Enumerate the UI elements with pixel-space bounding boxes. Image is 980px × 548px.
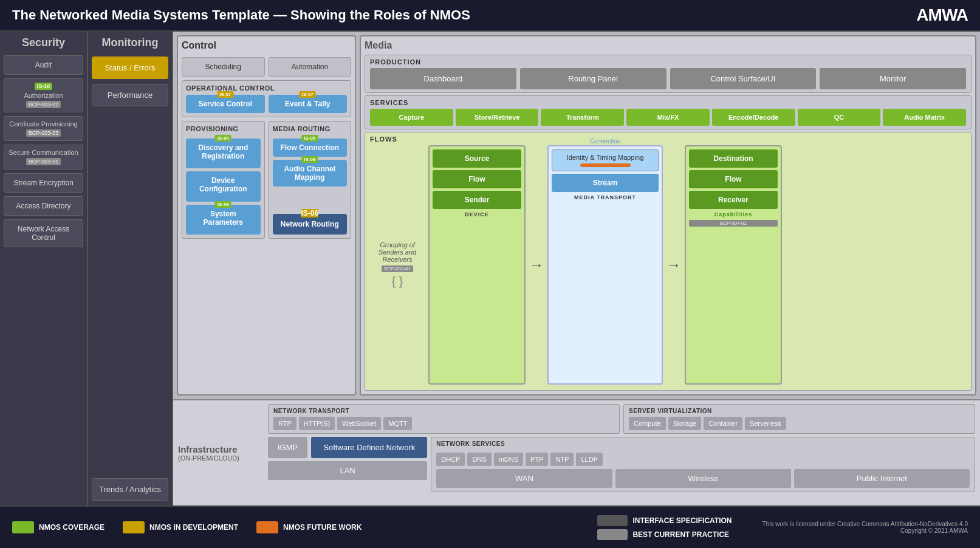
sender-node[interactable]: Sender — [433, 191, 521, 209]
flow-node-device[interactable]: Flow — [433, 170, 521, 188]
is-05-badge: IS-05 — [301, 135, 318, 142]
flow-conn-label: Flow Connection — [280, 143, 339, 152]
infra-top-row: NETWORK TRANSPORT RTP HTTP(S) WebSocket … — [268, 404, 975, 434]
control-surface-button[interactable]: Control Surface/UI — [670, 68, 817, 89]
main-content: Control Scheduling Automation OPERATIONA… — [173, 32, 980, 505]
nmos-coverage-box — [12, 521, 34, 533]
routing-panel-button[interactable]: Routing Panel — [520, 68, 666, 89]
store-retrieve-button[interactable]: Store/Retrieve — [456, 109, 539, 126]
production-row: PRODUCTION Dashboard Routing Panel Contr… — [365, 55, 971, 93]
mdns-button[interactable]: mDNS — [494, 453, 523, 466]
network-routing-button[interactable]: IS-06 Network Routing — [273, 214, 348, 235]
services-label: SERVICES — [370, 99, 966, 106]
container-button[interactable]: Container — [704, 417, 742, 430]
scheduling-tab[interactable]: Scheduling — [182, 57, 265, 77]
serverless-button[interactable]: Serverless — [745, 417, 786, 430]
secure-comm-group: Secure Communication BCP-003-01 — [4, 145, 83, 170]
security-column: Security Audit IS-10 Authorization BCP-0… — [0, 32, 88, 505]
destination-block: Destination Flow Receiver Capabilities B… — [685, 145, 782, 385]
nmos-coverage-legend: NMOS COVERAGE — [12, 521, 105, 533]
event-tally-label: Event & Tally — [285, 100, 330, 108]
mix-fx-button[interactable]: Mix/FX — [626, 109, 710, 126]
monitor-button[interactable]: Monitor — [820, 68, 966, 89]
igmp-button[interactable]: IGMP — [268, 437, 307, 458]
wan-button[interactable]: WAN — [436, 469, 612, 488]
mqtt-button[interactable]: MQTT — [383, 417, 412, 430]
performance-button[interactable]: Performance — [92, 84, 168, 106]
public-internet-button[interactable]: Public Internet — [794, 469, 970, 488]
status-errors-button[interactable]: Status / Errors — [92, 57, 168, 79]
websocket-button[interactable]: WebSocket — [337, 417, 381, 430]
nmos-future-legend: NMOS FUTURE WORK — [256, 521, 362, 533]
transport-label: MEDIA TRANSPORT — [552, 194, 659, 200]
source-node[interactable]: Source — [433, 149, 521, 168]
storage-button[interactable]: Storage — [668, 417, 702, 430]
encode-decode-button[interactable]: Encode/Decode — [712, 109, 795, 126]
best-practice-box — [597, 529, 628, 540]
control-section: Control Scheduling Automation OPERATIONA… — [177, 35, 356, 396]
event-tally-button[interactable]: IS-07 Event & Tally — [269, 95, 348, 113]
igmp-sdn-col: IGMP Software Defined Network LAN — [268, 437, 427, 491]
orange-bar — [580, 163, 631, 167]
header-logo: AMWA — [916, 5, 968, 25]
ptp-button[interactable]: PTP — [526, 453, 548, 466]
transport-block: Connection Identity & Timing Mapping Str… — [547, 145, 663, 385]
flow-node-dest[interactable]: Flow — [689, 170, 778, 188]
infra-title: Infrastructure — [178, 444, 263, 454]
is-06-badge: IS-06 — [301, 209, 318, 217]
operational-title: OPERATIONAL CONTROL — [186, 84, 347, 92]
service-control-button[interactable]: IS-07 Service Control — [186, 95, 265, 113]
qc-button[interactable]: QC — [798, 109, 881, 126]
trends-analytics-button[interactable]: Trends / Analytics — [92, 478, 168, 501]
provisioning-section: PROVISIONING IS-04 Discovery and Registr… — [182, 121, 265, 239]
transform-button[interactable]: Transform — [541, 109, 624, 126]
best-practice-legend: BEST CURRENT PRACTICE — [597, 529, 732, 540]
device-config-label: Device Configuration — [199, 176, 247, 193]
dashboard-button[interactable]: Dashboard — [370, 68, 516, 89]
wireless-button[interactable]: Wireless — [615, 469, 791, 488]
network-transport-block: NETWORK TRANSPORT RTP HTTP(S) WebSocket … — [268, 404, 620, 434]
lldp-button[interactable]: LLDP — [576, 453, 603, 466]
wan-wireless-row: WAN Wireless Public Internet — [436, 469, 970, 488]
system-params-button[interactable]: IS-09 System Parameters — [186, 205, 261, 235]
production-label: PRODUCTION — [370, 58, 966, 66]
compute-button[interactable]: Compute — [629, 417, 666, 430]
discovery-label: Discovery and Registration — [198, 143, 248, 160]
ntp-button[interactable]: NTP — [550, 453, 574, 466]
services-row: SERVICES Capture Store/Retrieve Transfor… — [365, 95, 971, 129]
lan-button[interactable]: LAN — [268, 461, 427, 480]
stream-node[interactable]: Stream — [552, 174, 659, 192]
is-04-badge: IS-04 — [215, 135, 231, 142]
arrow-device-to-transport: → — [529, 145, 544, 385]
authorization-label: Authorization — [24, 92, 63, 99]
media-routing-section: MEDIA ROUTING IS-05 Flow Connection IS-0… — [269, 121, 352, 239]
infra-subtitle: (ON-PREM/CLOUD) — [178, 454, 263, 462]
device-config-button[interactable]: Device Configuration — [186, 171, 261, 201]
audio-matrix-button[interactable]: Audio Matrix — [883, 109, 966, 126]
operational-control-section: OPERATIONAL CONTROL IS-07 Service Contro… — [182, 80, 351, 117]
network-ac-button[interactable]: Network Access Control — [4, 219, 83, 247]
automation-tab[interactable]: Automation — [269, 57, 352, 77]
https-button[interactable]: HTTP(S) — [299, 417, 335, 430]
audio-channel-button[interactable]: IS-08 Audio Channel Mapping — [273, 160, 348, 187]
discovery-registration-button[interactable]: IS-04 Discovery and Registration — [186, 139, 261, 168]
lan-wan-row: LAN — [268, 461, 427, 480]
destination-node[interactable]: Destination — [689, 149, 778, 168]
receiver-node[interactable]: Receiver — [689, 191, 778, 209]
capture-button[interactable]: Capture — [370, 109, 453, 126]
flow-connection-button[interactable]: IS-05 Flow Connection — [273, 139, 348, 157]
network-services-title: NETWORK SERVICES — [436, 440, 970, 447]
interface-spec-label: INTERFACE SPECIFICATION — [632, 516, 732, 525]
infra-right: NETWORK TRANSPORT RTP HTTP(S) WebSocket … — [268, 404, 975, 502]
interface-spec-box — [597, 515, 628, 526]
stream-encryption-button[interactable]: Stream Encryption — [4, 173, 83, 193]
cert-label: Certificate Provisioning — [9, 120, 78, 128]
dhcp-button[interactable]: DHCP — [436, 453, 465, 466]
body-row: Security Audit IS-10 Authorization BCP-0… — [0, 32, 980, 505]
sdn-button[interactable]: Software Defined Network — [311, 437, 427, 458]
dns-button[interactable]: DNS — [467, 453, 491, 466]
audit-button[interactable]: Audit — [4, 55, 83, 75]
access-directory-button[interactable]: Access Directory — [4, 196, 83, 216]
prov-media-row: PROVISIONING IS-04 Discovery and Registr… — [182, 121, 351, 239]
rtp-button[interactable]: RTP — [273, 417, 296, 430]
